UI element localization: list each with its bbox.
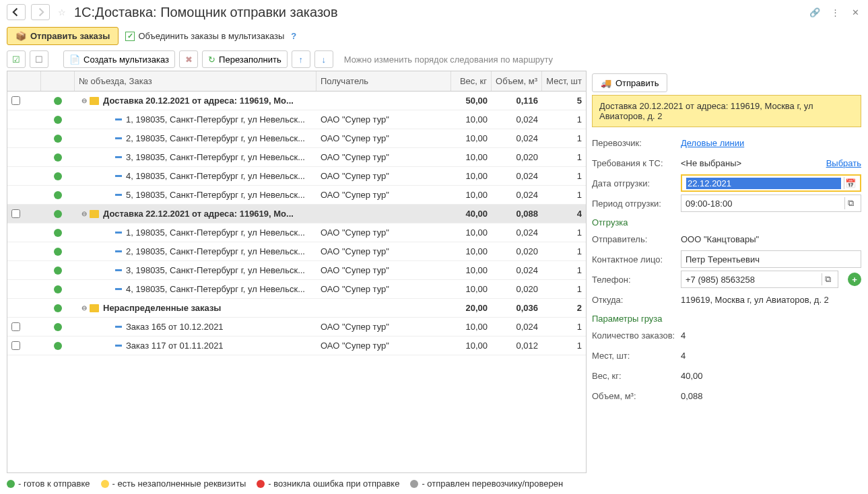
ship-period-input[interactable]: 09:00-18:00 ⧉ bbox=[681, 195, 861, 212]
item-icon bbox=[115, 326, 122, 328]
places-cell: 1 bbox=[542, 337, 586, 355]
contact-input[interactable]: Петр Терентьевич bbox=[681, 250, 861, 268]
table-row[interactable]: ⊖Доставка 22.12.2021 от адреса: 119619, … bbox=[7, 205, 586, 223]
weight-cell: 10,00 bbox=[451, 186, 492, 204]
table-row[interactable]: ⊖Нераспределенные заказы20,000,0362 bbox=[7, 299, 586, 318]
volume-cell: 0,024 bbox=[492, 223, 542, 242]
combine-checkbox[interactable]: ✓ Объединить заказы в мультизаказы bbox=[125, 31, 284, 41]
expand-phone-icon[interactable]: ⧉ bbox=[822, 273, 834, 285]
status-dot bbox=[54, 285, 62, 293]
table-row[interactable]: ⊖Доставка 20.12.2021 от адреса: 119619, … bbox=[7, 92, 586, 110]
weight-value: 40,00 bbox=[681, 371, 861, 381]
table-row[interactable]: 3, 198035, Санкт-Петербург г, ул Невельс… bbox=[7, 261, 586, 280]
table-row[interactable]: 2, 198035, Санкт-Петербург г, ул Невельс… bbox=[7, 129, 586, 148]
send-icon: 📦 bbox=[15, 31, 26, 41]
volume-label: Объем, м³: bbox=[592, 391, 675, 401]
phone-value: +7 (985) 8563258 bbox=[686, 275, 819, 285]
item-icon bbox=[115, 288, 122, 290]
link-icon[interactable]: 🔗 bbox=[809, 6, 821, 18]
order-text: 2, 198035, Санкт-Петербург г, ул Невельс… bbox=[126, 133, 305, 143]
plus-icon: 📄 bbox=[69, 55, 80, 65]
order-text: Доставка 22.12.2021 от адреса: 119619, М… bbox=[103, 209, 294, 219]
check-all-button[interactable]: ☑ bbox=[7, 50, 26, 68]
col-check bbox=[7, 71, 41, 91]
move-down-button[interactable]: ↓ bbox=[314, 50, 333, 68]
section-cargo: Параметры груза bbox=[592, 314, 861, 324]
help-icon[interactable]: ? bbox=[291, 31, 296, 41]
table-row[interactable]: 1, 198035, Санкт-Петербург г, ул Невельс… bbox=[7, 110, 586, 129]
status-dot bbox=[54, 97, 62, 105]
legend-yellow-dot bbox=[101, 480, 109, 488]
truck-icon: 🚚 bbox=[601, 78, 611, 88]
forward-button[interactable] bbox=[31, 4, 50, 20]
uncheck-all-button[interactable]: ☐ bbox=[30, 50, 48, 68]
row-checkbox[interactable] bbox=[11, 209, 20, 218]
order-text: Доставка 20.12.2021 от адреса: 119619, М… bbox=[103, 96, 294, 106]
table-row[interactable]: 5, 198035, Санкт-Петербург г, ул Невельс… bbox=[7, 186, 586, 205]
item-icon bbox=[115, 118, 122, 120]
legend-gray: - отправлен перевозчику/проверен bbox=[422, 479, 563, 489]
places-cell: 1 bbox=[542, 223, 586, 242]
table-row[interactable]: Заказ 165 от 10.12.2021ОАО "Супер тур"10… bbox=[7, 318, 586, 337]
weight-cell: 10,00 bbox=[451, 110, 492, 129]
carrier-link[interactable]: Деловые линии bbox=[681, 138, 744, 148]
close-icon[interactable]: ✕ bbox=[849, 6, 861, 18]
weight-cell: 10,00 bbox=[451, 167, 492, 185]
table-row[interactable]: Заказ 117 от 01.11.2021ОАО "Супер тур"10… bbox=[7, 337, 586, 355]
order-text: 3, 198035, Санкт-Петербург г, ул Невельс… bbox=[126, 265, 305, 275]
places-cell: 1 bbox=[542, 167, 586, 185]
add-phone-button[interactable]: + bbox=[848, 273, 861, 286]
ship-date-input[interactable]: 22.12.2021 📅 bbox=[681, 174, 861, 192]
check-icon: ✓ bbox=[125, 32, 135, 41]
legend-gray-dot bbox=[410, 480, 418, 488]
expand-icon[interactable]: ⊖ bbox=[81, 304, 90, 312]
col-status bbox=[41, 71, 75, 91]
item-icon bbox=[115, 345, 122, 347]
expand-icon[interactable]: ⊖ bbox=[81, 210, 90, 217]
more-icon[interactable]: ⋮ bbox=[829, 6, 841, 18]
select-req-link[interactable]: Выбрать bbox=[826, 158, 861, 168]
table-row[interactable]: 4, 198035, Санкт-Петербург г, ул Невельс… bbox=[7, 280, 586, 299]
table-row[interactable]: 4, 198035, Санкт-Петербург г, ул Невельс… bbox=[7, 167, 586, 186]
row-checkbox[interactable] bbox=[11, 96, 20, 105]
volume-cell: 0,024 bbox=[492, 186, 542, 204]
refill-button[interactable]: ↻ Перезаполнить bbox=[202, 50, 288, 68]
places-cell: 1 bbox=[542, 261, 586, 279]
col-recipient-header[interactable]: Получатель bbox=[316, 71, 451, 91]
status-dot bbox=[54, 135, 62, 143]
row-checkbox[interactable] bbox=[11, 322, 20, 331]
calendar-icon[interactable]: 📅 bbox=[844, 177, 856, 189]
back-button[interactable] bbox=[7, 4, 26, 20]
order-text: 3, 198035, Санкт-Петербург г, ул Невельс… bbox=[126, 152, 305, 162]
contact-value: Петр Терентьевич bbox=[686, 254, 857, 264]
row-checkbox[interactable] bbox=[11, 341, 20, 350]
col-order-header[interactable]: № объезда, Заказ bbox=[75, 71, 316, 91]
ship-date-value: 22.12.2021 bbox=[686, 178, 841, 189]
phone-input[interactable]: +7 (985) 8563258 ⧉ bbox=[681, 271, 838, 288]
send-single-button[interactable]: 🚚 Отправить bbox=[592, 73, 667, 92]
table-row[interactable]: 2, 198035, Санкт-Петербург г, ул Невельс… bbox=[7, 242, 586, 261]
col-volume-header[interactable]: Объем, м³ bbox=[492, 71, 542, 91]
volume-cell: 0,020 bbox=[492, 148, 542, 166]
delete-button[interactable]: ✖ bbox=[179, 50, 198, 68]
favorite-icon[interactable]: ☆ bbox=[55, 5, 69, 19]
volume-cell: 0,088 bbox=[492, 205, 542, 223]
col-places-header[interactable]: Мест, шт bbox=[542, 71, 586, 91]
table-row[interactable]: 3, 198035, Санкт-Петербург г, ул Невельс… bbox=[7, 148, 586, 167]
expand-icon[interactable]: ⊖ bbox=[81, 97, 90, 104]
places-cell: 5 bbox=[542, 92, 586, 110]
refill-label: Перезаполнить bbox=[219, 55, 281, 65]
recipient-cell: ОАО "Супер тур" bbox=[316, 261, 451, 279]
send-orders-button[interactable]: 📦 Отправить заказы bbox=[7, 27, 119, 45]
status-dot bbox=[54, 248, 62, 256]
item-icon bbox=[115, 137, 122, 139]
col-weight-header[interactable]: Вес, кг bbox=[451, 71, 492, 91]
legend-yellow: - есть незаполненные реквизиты bbox=[112, 479, 246, 489]
table-row[interactable]: 1, 198035, Санкт-Петербург г, ул Невельс… bbox=[7, 223, 586, 242]
recipient-cell: ОАО "Супер тур" bbox=[316, 318, 451, 336]
weight-cell: 10,00 bbox=[451, 242, 492, 260]
legend-red: - возникла ошибка при отправке bbox=[268, 479, 399, 489]
move-up-button[interactable]: ↑ bbox=[292, 50, 310, 68]
expand-icon[interactable]: ⧉ bbox=[844, 197, 857, 209]
create-multi-button[interactable]: 📄 Создать мультизаказ bbox=[63, 50, 175, 68]
